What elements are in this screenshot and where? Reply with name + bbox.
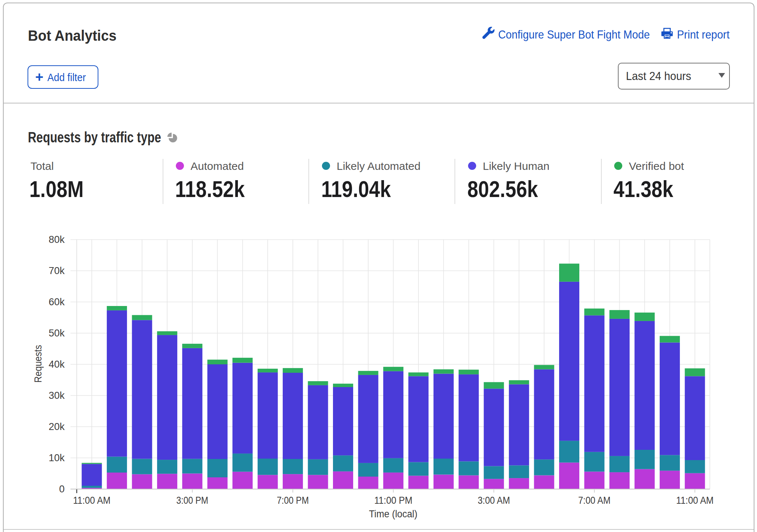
- svg-text:80k: 80k: [48, 234, 65, 245]
- svg-text:3:00 AM: 3:00 AM: [478, 495, 510, 506]
- svg-text:11:00 PM: 11:00 PM: [374, 495, 412, 506]
- svg-text:7:00 AM: 7:00 AM: [578, 495, 611, 506]
- svg-text:60k: 60k: [48, 296, 65, 307]
- svg-text:20k: 20k: [48, 421, 65, 432]
- svg-text:30k: 30k: [48, 390, 65, 401]
- svg-text:50k: 50k: [48, 328, 65, 339]
- svg-text:Requests: Requests: [32, 345, 44, 383]
- svg-text:70k: 70k: [48, 265, 65, 276]
- svg-text:11:00 AM: 11:00 AM: [676, 495, 714, 506]
- svg-text:10k: 10k: [48, 452, 65, 463]
- svg-text:3:00 PM: 3:00 PM: [176, 495, 208, 506]
- svg-text:7:00 PM: 7:00 PM: [277, 495, 309, 506]
- svg-text:0: 0: [59, 484, 65, 495]
- svg-text:40k: 40k: [48, 359, 65, 370]
- svg-text:Time (local): Time (local): [369, 509, 417, 520]
- svg-text:11:00 AM: 11:00 AM: [73, 495, 111, 506]
